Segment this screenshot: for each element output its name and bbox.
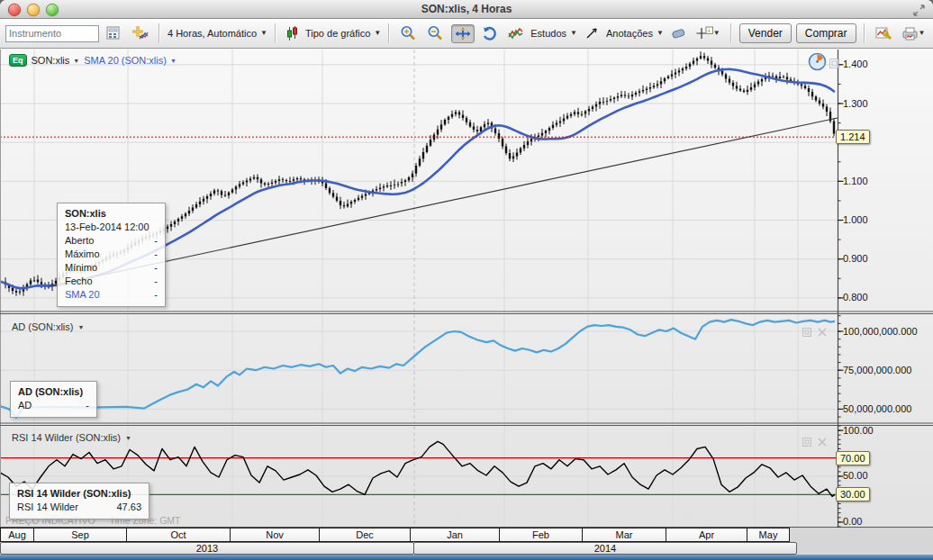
- tooltip-date: 13-Feb-2014 12:00: [65, 221, 158, 234]
- annotations-dropdown[interactable]: Anotações▼: [606, 28, 664, 39]
- month-label: Aug: [0, 528, 34, 542]
- eraser-icon[interactable]: [668, 25, 689, 41]
- y-axis-label: 1.400: [843, 59, 868, 69]
- chevron-down-icon: ▼: [170, 58, 177, 64]
- y-axis-label: 1.300: [843, 98, 868, 109]
- year-label: 2014: [413, 542, 797, 555]
- y-axis-label: 0.00: [843, 516, 862, 527]
- instrument-input[interactable]: [5, 25, 99, 42]
- month-label: Sep: [33, 528, 127, 542]
- window-title: SON:xlis, 4 Horas: [0, 3, 933, 15]
- y-axis-label: 0.800: [843, 292, 868, 303]
- year-label: 2013: [0, 542, 414, 555]
- undo-icon[interactable]: [479, 24, 501, 43]
- crosshair-info-icon[interactable]: i▼: [693, 24, 723, 42]
- month-label: Oct: [126, 528, 231, 542]
- symbol-dropdown[interactable]: SON:xlis▼: [32, 55, 80, 66]
- y-axis-label: 1.000: [843, 214, 868, 225]
- tooltip-row: SMA 20-: [65, 288, 158, 302]
- chevron-down-icon: ▼: [374, 30, 381, 37]
- y-axis-label: 0.900: [843, 253, 868, 264]
- y-axis-label: 50.00: [843, 470, 868, 481]
- time-axis-months: AugSepOctNovDecJanFebMarAprMay: [0, 528, 933, 542]
- fullscreen-icon[interactable]: [913, 4, 925, 20]
- month-label: Apr: [666, 528, 747, 542]
- zoom-in-icon[interactable]: [397, 23, 420, 43]
- tooltip-title: SON:xlis: [65, 208, 158, 219]
- studies-icon: [505, 25, 526, 41]
- y-axis-label: 100.00: [843, 425, 874, 436]
- price-legend: Eq SON:xlis▼ SMA 20 (SON:xlis)▼: [9, 54, 177, 67]
- tooltip-row: Fecho-: [65, 275, 158, 288]
- tooltip-row: Mínimo-: [65, 261, 158, 275]
- month-label: May: [747, 528, 790, 542]
- maximize-panel-icon[interactable]: [802, 324, 811, 340]
- rsi-panel-icons: [802, 434, 827, 450]
- chevron-down-icon: ▼: [125, 435, 131, 441]
- tooltip-row: Aberto-: [65, 234, 158, 248]
- equity-badge: Eq: [9, 54, 27, 67]
- toolbar: 4 Horas, Automático▼ Tipo de gráfico▼ Es…: [0, 19, 933, 49]
- y-axis-label: 100,000,000.000: [843, 326, 918, 337]
- candlestick-icon: [284, 24, 301, 43]
- ad-panel-icons: [802, 324, 827, 340]
- window-bottom-edge: [0, 555, 933, 560]
- tooltip-row: AD-: [18, 399, 89, 412]
- maximize-panel-icon[interactable]: [829, 56, 839, 72]
- time-axis-years: 20132014: [0, 542, 933, 555]
- app-window: SON:xlis, 4 Horas 4 Horas, Automático▼ T…: [0, 0, 933, 560]
- rsi-legend[interactable]: RSI 14 Wilder (SON:xlis)▼: [12, 432, 131, 443]
- month-label: Dec: [319, 528, 411, 542]
- chevron-down-icon: ▼: [570, 30, 577, 37]
- month-label: Mar: [582, 528, 666, 542]
- add-study-icon[interactable]: [128, 23, 151, 43]
- chevron-down-icon: ▼: [73, 58, 79, 64]
- draw-line-icon[interactable]: [582, 25, 602, 41]
- chart-type-dropdown[interactable]: Tipo de gráfico▼: [305, 28, 381, 39]
- tooltip-title: RSI 14 Wilder (SON:xlis): [17, 488, 141, 499]
- tooltip-row: Máximo-: [65, 248, 158, 261]
- chart-settings-icon[interactable]: [873, 24, 895, 42]
- last-price-tag: 1.214: [836, 130, 870, 144]
- price-tooltip: SON:xlis 13-Feb-2014 12:00 Aberto- Máxim…: [57, 203, 166, 307]
- rsi-lower-level-tag: 30.00: [836, 487, 870, 501]
- sell-button[interactable]: Vender: [739, 23, 792, 43]
- y-axis-label: 50,000,000.000: [843, 403, 911, 414]
- buy-button[interactable]: Comprar: [796, 23, 856, 43]
- month-label: Jan: [410, 528, 500, 542]
- ad-tooltip: AD (SON:xlis) AD-: [10, 381, 97, 418]
- month-label: Feb: [499, 528, 583, 542]
- y-axis-label: 75,000,000.000: [843, 365, 911, 375]
- zoom-out-icon[interactable]: [424, 23, 447, 43]
- studies-dropdown[interactable]: Estudos▼: [530, 28, 577, 39]
- close-panel-icon[interactable]: [818, 324, 827, 340]
- chevron-down-icon: ▼: [657, 30, 664, 37]
- title-bar: SON:xlis, 4 Horas: [0, 0, 933, 19]
- pan-tool-icon[interactable]: [451, 24, 475, 43]
- instrument-list-icon[interactable]: [104, 24, 123, 42]
- chevron-down-icon: ▼: [260, 30, 267, 37]
- ad-legend[interactable]: AD (SON:xlis)▼: [12, 321, 84, 332]
- print-icon[interactable]: ▼: [900, 25, 928, 42]
- rsi-tooltip: RSI 14 Wilder (SON:xlis) RSI 14 Wilder47…: [9, 483, 149, 519]
- month-label: Nov: [230, 528, 320, 542]
- chevron-down-icon: ▼: [919, 30, 926, 37]
- period-dropdown[interactable]: 4 Horas, Automático▼: [168, 28, 267, 39]
- chevron-down-icon: ▼: [713, 30, 720, 37]
- chevron-down-icon: ▼: [77, 324, 84, 330]
- close-panel-icon[interactable]: [818, 434, 827, 450]
- maximize-panel-icon[interactable]: [802, 434, 811, 450]
- sma-dropdown[interactable]: SMA 20 (SON:xlis)▼: [84, 55, 177, 66]
- tooltip-title: AD (SON:xlis): [18, 386, 89, 397]
- bar-countdown-clock-icon: [808, 52, 827, 75]
- y-axis-label: 1.100: [843, 176, 868, 186]
- rsi-upper-level-tag: 70.00: [836, 451, 870, 465]
- svg-text:i: i: [708, 28, 709, 33]
- tooltip-row: RSI 14 Wilder47.63: [17, 501, 141, 514]
